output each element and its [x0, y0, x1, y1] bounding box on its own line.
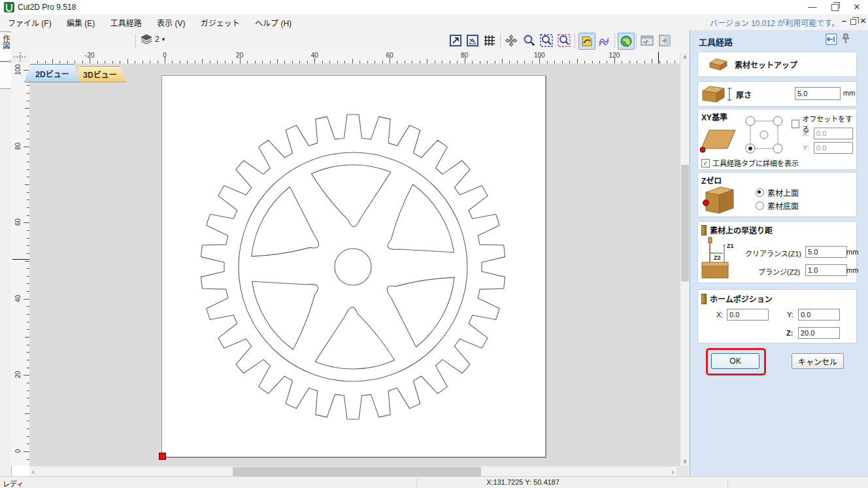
thickness-card: 厚さ 5.0 mm	[697, 81, 857, 107]
vertical-scroll-thumb[interactable]	[681, 165, 689, 281]
scroll-down-icon[interactable]: ∨	[680, 458, 690, 464]
tile-windows-vertical-icon[interactable]	[657, 33, 673, 48]
show-detail-checkbox-label: 工具経路タブに詳細を表示	[712, 158, 799, 168]
toolpath-panel: 工具経路 素材セットアップ 厚さ	[690, 30, 868, 476]
version-update-link[interactable]: バージョン 10.012 が利用可能です。	[710, 17, 839, 28]
ok-button[interactable]: OK	[711, 353, 760, 369]
layer-selector[interactable]: 2 ▾	[141, 34, 165, 44]
minimize-button[interactable]: —	[801, 0, 824, 14]
home-y-input[interactable]: 0.0	[798, 309, 840, 321]
rapid-gaps-diagram-icon: Z1 Z2	[701, 236, 744, 279]
z-zero-bottom-radio[interactable]: 素材底面	[756, 200, 799, 211]
ruler-origin-box[interactable]	[11, 51, 30, 64]
plunge-z2-label: プランジ(Z2)	[758, 266, 800, 277]
home-z-input[interactable]: 20.0	[798, 327, 840, 339]
toolbar-separator	[614, 33, 615, 48]
offset-checkbox-box[interactable]	[792, 120, 799, 128]
pan-view-icon[interactable]	[503, 33, 519, 48]
wood-block-icon	[709, 58, 728, 71]
scroll-left-icon[interactable]: ‹	[32, 468, 35, 476]
status-bar: レディ X:131.7225 Y: 50.4187	[0, 476, 868, 488]
svg-text:Z2: Z2	[714, 254, 721, 261]
home-position-header: ホームポジション	[701, 293, 773, 304]
app-logo-icon	[4, 2, 14, 12]
dock-panel-icon[interactable]	[826, 33, 837, 45]
toolpath-drawing-icon[interactable]	[596, 33, 612, 48]
tile-windows-horizontal-icon[interactable]	[639, 33, 655, 48]
menu-edit[interactable]: 編集 (E)	[60, 14, 101, 31]
toolbar-separator	[500, 33, 501, 48]
menu-file[interactable]: ファイル (F)	[1, 14, 58, 31]
restore-button[interactable]	[824, 0, 846, 14]
v-ruler-label: 40	[14, 292, 22, 305]
zoom-to-drawing-icon[interactable]	[465, 33, 480, 48]
drawing-tab-label: 作図	[1, 35, 11, 49]
zoom-selected-icon[interactable]	[539, 33, 554, 48]
clearance-z1-unit: mm	[846, 248, 858, 256]
offset-y-label: Y:	[803, 144, 809, 152]
zoom-box-icon[interactable]	[556, 33, 572, 48]
clearance-z1-input[interactable]: 5.0	[805, 246, 847, 258]
preview-toolpaths-icon[interactable]	[578, 33, 595, 50]
plunge-z2-input[interactable]: 1.0	[805, 264, 847, 276]
save-toolpaths-world-icon[interactable]	[618, 33, 635, 50]
material-setup-card[interactable]: 素材セットアップ	[697, 52, 857, 77]
menu-view[interactable]: 表示 (V)	[150, 14, 192, 31]
thickness-input[interactable]: 5.0	[795, 87, 841, 100]
xy-datum-card: XY基準 オフセットをする X: 0.0 Y: 0.0	[697, 109, 857, 170]
pane-close-button[interactable]: ✕	[859, 16, 867, 26]
z-zero-bottom-radio-dot[interactable]	[756, 201, 764, 210]
menu-toolpath[interactable]: 工具経路	[104, 14, 148, 31]
show-detail-checkbox[interactable]: ✓ 工具経路タブに詳細を表示	[701, 158, 799, 168]
horizontal-scroll-thumb[interactable]	[233, 467, 481, 476]
gear-vector-drawing[interactable]	[29, 63, 680, 466]
rapid-gaps-title: 素材上の早送り距	[710, 224, 773, 235]
menu-gadget[interactable]: ガジェット	[194, 14, 246, 31]
pane-restore-button[interactable]	[849, 16, 858, 26]
offset-x-input[interactable]: 0.0	[814, 128, 853, 139]
zoom-extents-icon[interactable]	[448, 33, 463, 48]
scroll-up-icon[interactable]: ∧	[680, 54, 690, 60]
grid-toggle-icon[interactable]	[482, 33, 497, 48]
tab-3d-view[interactable]: 3Dビュー	[74, 66, 126, 82]
close-button[interactable]: ✕	[846, 0, 868, 14]
z-zero-top-radio[interactable]: 素材上面	[756, 187, 799, 198]
show-detail-checkbox-box[interactable]: ✓	[701, 159, 710, 167]
thickness-unit: mm	[843, 89, 855, 97]
pane-minimize-button[interactable]: –	[840, 16, 848, 26]
thickness-label: 厚さ	[736, 89, 752, 100]
h-ruler-cursor-marker	[658, 52, 659, 63]
menu-help[interactable]: ヘルプ (H)	[248, 14, 298, 31]
drawing-canvas[interactable]	[29, 63, 680, 466]
drawing-vertical-tab[interactable]: 作図	[0, 31, 12, 61]
cursor-coordinates: X:131.7225 Y: 50.4187	[405, 478, 641, 486]
home-y-label: Y:	[787, 311, 793, 319]
chevron-down-icon: ▾	[162, 36, 165, 43]
menu-items: ファイル (F) 編集 (E) 工具経路 表示 (V) ガジェット ヘルプ (H…	[1, 14, 298, 31]
z-zero-top-radio-dot[interactable]	[756, 188, 764, 197]
v-ruler-label: 100	[14, 63, 22, 77]
xy-origin-marker[interactable]	[159, 453, 166, 460]
tool-bit-icon	[701, 225, 707, 235]
pin-icon[interactable]	[842, 33, 850, 44]
v-ruler-label: 80	[14, 139, 22, 152]
scroll-right-icon[interactable]: ›	[671, 468, 674, 476]
pane-restore-icon	[850, 19, 856, 25]
horizontal-ruler: -20020406080100120	[29, 51, 688, 64]
rapid-gaps-header: 素材上の早送り距	[701, 224, 773, 235]
xy-datum-position-selector[interactable]	[743, 114, 787, 156]
tab-2d-view[interactable]: 2Dビュー	[24, 64, 80, 82]
z-zero-material-icon	[701, 184, 737, 215]
vertical-ruler: 100806040200	[11, 63, 30, 466]
toolbar-separator	[636, 33, 637, 48]
horizontal-scrollbar[interactable]: ‹ ›	[29, 466, 676, 477]
zoom-interactive-icon[interactable]	[521, 33, 537, 48]
status-separator	[727, 478, 728, 487]
vertical-scrollbar[interactable]: ∧ ∨	[680, 52, 690, 466]
offset-y-input[interactable]: 0.0	[814, 142, 853, 154]
secondary-vertical-tab[interactable]	[0, 61, 12, 89]
svg-text:Z1: Z1	[727, 243, 734, 249]
home-x-input[interactable]: 0.0	[727, 309, 769, 321]
home-z-label: Z:	[786, 329, 793, 337]
cancel-button[interactable]: キャンセル	[792, 353, 844, 369]
